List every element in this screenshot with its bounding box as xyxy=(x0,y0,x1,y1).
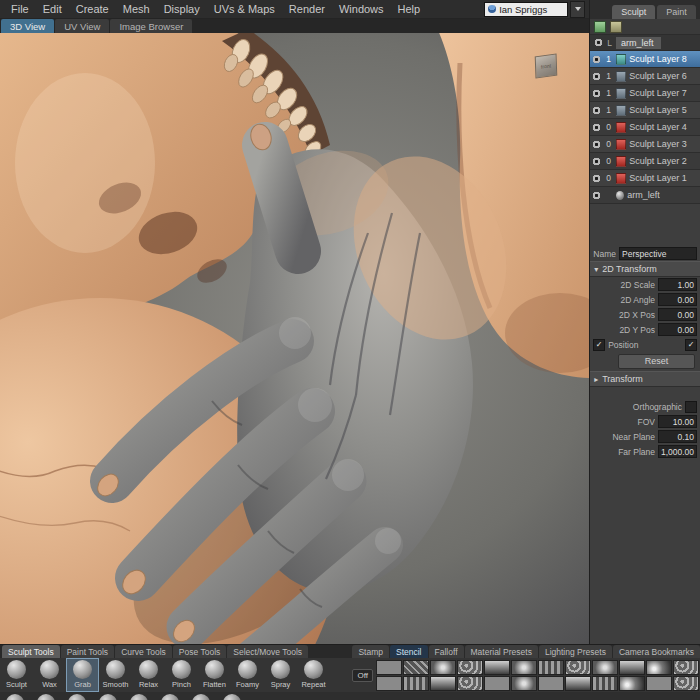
visibility-eye-icon[interactable] xyxy=(592,89,601,98)
tab-paint-tools[interactable]: Paint Tools xyxy=(61,645,114,658)
layer-row-sculpt-layer-6[interactable]: 1 Sculpt Layer 6 xyxy=(590,68,700,85)
2d-y-pos-field[interactable]: 0.00 xyxy=(658,323,697,336)
section-transform[interactable]: Transform xyxy=(590,371,700,387)
tab-sculpt-tools[interactable]: Sculpt Tools xyxy=(2,645,60,658)
menu-mesh[interactable]: Mesh xyxy=(116,3,157,15)
stencil-thumbnail[interactable] xyxy=(484,660,510,675)
3d-viewport[interactable]: front xyxy=(0,33,589,644)
tab-stencil[interactable]: Stencil xyxy=(390,645,428,658)
visibility-eye-icon[interactable] xyxy=(592,174,601,183)
far-plane-field[interactable]: 1,000.00 xyxy=(658,445,697,458)
brush-icon[interactable] xyxy=(37,694,55,700)
menu-edit[interactable]: Edit xyxy=(36,3,69,15)
stencil-thumbnail[interactable] xyxy=(457,676,483,691)
2d-angle-field[interactable]: 0.00 xyxy=(658,293,697,306)
stencil-thumbnail[interactable] xyxy=(646,660,672,675)
stencil-thumbnail[interactable] xyxy=(565,660,591,675)
tool-wax[interactable]: Wax xyxy=(33,658,66,692)
tab-curve-tools[interactable]: Curve Tools xyxy=(115,645,172,658)
user-account-dropdown[interactable]: Ian Spriggs xyxy=(484,2,568,17)
tab-camera-bookmarks[interactable]: Camera Bookmarks xyxy=(613,645,700,658)
tab-stamp[interactable]: Stamp xyxy=(352,645,389,658)
tab-uv-view[interactable]: UV View xyxy=(55,19,109,33)
menu-create[interactable]: Create xyxy=(69,3,116,15)
stencil-thumbnail[interactable] xyxy=(592,676,618,691)
visibility-eye-icon[interactable] xyxy=(592,55,601,64)
stencil-thumbnail[interactable] xyxy=(403,660,429,675)
stencil-thumbnail[interactable] xyxy=(484,676,510,691)
visibility-eye-icon[interactable] xyxy=(592,191,601,200)
stencil-thumbnail[interactable] xyxy=(619,676,645,691)
layer-row-sculpt-layer-2[interactable]: 0 Sculpt Layer 2 xyxy=(590,153,700,170)
tab-pose-tools[interactable]: Pose Tools xyxy=(173,645,226,658)
stencil-thumbnail[interactable] xyxy=(565,676,591,691)
user-dropdown-arrow-button[interactable] xyxy=(570,1,585,18)
tab-lighting-presets[interactable]: Lighting Presets xyxy=(539,645,612,658)
visibility-eye-icon[interactable] xyxy=(592,157,601,166)
menu-render[interactable]: Render xyxy=(282,3,332,15)
tool-flatten[interactable]: Flatten xyxy=(198,658,231,692)
stencil-thumbnail[interactable] xyxy=(376,676,402,691)
layer-row-sculpt-layer-5[interactable]: 1 Sculpt Layer 5 xyxy=(590,102,700,119)
tool-smooth[interactable]: Smooth xyxy=(99,658,132,692)
menu-help[interactable]: Help xyxy=(391,3,428,15)
brush-icon[interactable] xyxy=(68,694,86,700)
brush-icon[interactable] xyxy=(6,694,24,700)
tab-sculpt-layers[interactable]: Sculpt xyxy=(612,5,655,19)
visibility-eye-icon[interactable] xyxy=(592,140,601,149)
orthographic-checkbox[interactable] xyxy=(685,401,697,413)
2d-scale-field[interactable]: 1.00 xyxy=(658,278,697,291)
stencil-thumbnail[interactable] xyxy=(538,676,564,691)
menu-windows[interactable]: Windows xyxy=(332,3,391,15)
tab-material-presets[interactable]: Material Presets xyxy=(465,645,538,658)
tab-falloff[interactable]: Falloff xyxy=(429,645,464,658)
reset-button[interactable]: Reset xyxy=(618,354,695,369)
stencil-thumbnail[interactable] xyxy=(403,676,429,691)
stencil-thumbnail[interactable] xyxy=(619,660,645,675)
orientation-checkbox[interactable] xyxy=(685,339,697,351)
tool-foamy[interactable]: Foamy xyxy=(231,658,264,692)
2d-x-pos-field[interactable]: 0.00 xyxy=(658,308,697,321)
new-layer-icon[interactable] xyxy=(594,21,606,33)
brush-icon[interactable] xyxy=(130,694,148,700)
layer-row-sculpt-layer-1[interactable]: 0 Sculpt Layer 1 xyxy=(590,170,700,187)
view-orientation-gizmo[interactable]: front xyxy=(535,55,561,81)
fov-field[interactable]: 10.00 xyxy=(658,415,697,428)
tool-pinch[interactable]: Pinch xyxy=(165,658,198,692)
stencil-thumbnail[interactable] xyxy=(538,660,564,675)
stencil-thumbnail[interactable] xyxy=(430,660,456,675)
layer-row-sculpt-layer-4[interactable]: 0 Sculpt Layer 4 xyxy=(590,119,700,136)
stencil-thumbnail[interactable] xyxy=(457,660,483,675)
stencil-thumbnail[interactable] xyxy=(430,676,456,691)
layer-row-sculpt-layer-3[interactable]: 0 Sculpt Layer 3 xyxy=(590,136,700,153)
layer-row-sculpt-layer-7[interactable]: 1 Sculpt Layer 7 xyxy=(590,85,700,102)
stencil-off-button[interactable]: Off xyxy=(352,669,373,682)
stencil-thumbnail[interactable] xyxy=(511,676,537,691)
position-checkbox[interactable] xyxy=(593,339,605,351)
tool-grab[interactable]: Grab xyxy=(66,658,99,692)
tool-sculpt[interactable]: Sculpt xyxy=(0,658,33,692)
layer-row-arm-left-mesh[interactable]: arm_left xyxy=(590,187,700,204)
stencil-thumbnail[interactable] xyxy=(673,676,699,691)
tab-select-move-tools[interactable]: Select/Move Tools xyxy=(227,645,308,658)
stencil-thumbnail[interactable] xyxy=(376,660,402,675)
tool-relax[interactable]: Relax xyxy=(132,658,165,692)
brush-icon[interactable] xyxy=(99,694,117,700)
stencil-thumbnail[interactable] xyxy=(511,660,537,675)
tab-3d-view[interactable]: 3D View xyxy=(1,19,54,33)
menu-display[interactable]: Display xyxy=(157,3,207,15)
camera-name-field[interactable]: Perspective xyxy=(619,247,697,260)
stencil-thumbnail[interactable] xyxy=(673,660,699,675)
visibility-eye-icon[interactable] xyxy=(592,72,601,81)
brush-icon[interactable] xyxy=(223,694,241,700)
tab-image-browser[interactable]: Image Browser xyxy=(110,19,192,33)
new-group-icon[interactable] xyxy=(610,21,622,33)
stencil-thumbnail[interactable] xyxy=(592,660,618,675)
layer-row-sculpt-layer-8[interactable]: 1 Sculpt Layer 8 xyxy=(590,51,700,68)
tool-spray[interactable]: Spray xyxy=(264,658,297,692)
tool-repeat[interactable]: Repeat xyxy=(297,658,330,692)
object-name-chip[interactable]: arm_left xyxy=(616,37,662,49)
stencil-thumbnail[interactable] xyxy=(646,676,672,691)
brush-icon[interactable] xyxy=(192,694,210,700)
visibility-eye-icon[interactable] xyxy=(592,106,601,115)
